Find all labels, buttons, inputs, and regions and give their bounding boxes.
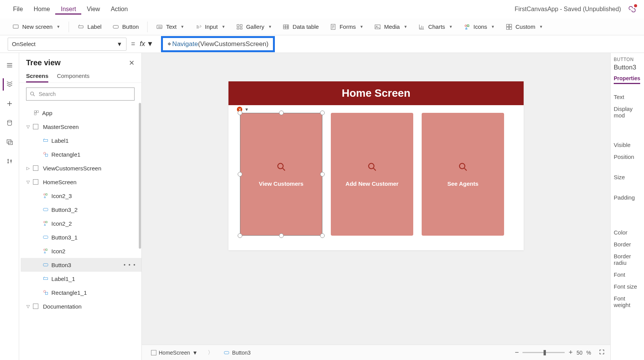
- text-dropdown[interactable]: Ab Text▼: [151, 22, 189, 31]
- resize-handle[interactable]: [238, 111, 242, 115]
- card-add-customer[interactable]: Add New Customer: [331, 113, 413, 236]
- close-icon[interactable]: ✕: [129, 59, 135, 67]
- tree-node-icon2[interactable]: Icon2: [21, 244, 141, 258]
- formula-bar: OnSelect ▼ = fx▼ ⌖ Navigate ( ViewCustom…: [0, 35, 644, 53]
- input-dropdown[interactable]: Input▼: [191, 22, 230, 31]
- help-icon[interactable]: [628, 5, 636, 13]
- formula-input[interactable]: ⌖ Navigate ( ViewCustomersScreen ): [158, 38, 636, 51]
- shape-icon: [42, 151, 49, 157]
- tree-node-icon2-3[interactable]: Icon2_3: [21, 189, 141, 203]
- device-frame[interactable]: Home Screen ✕▼ View Customers: [228, 81, 524, 250]
- chevron-down-icon: ▼: [360, 25, 363, 29]
- text-dd-label: Text: [166, 23, 177, 30]
- resize-handle[interactable]: [238, 233, 242, 238]
- resize-handle[interactable]: [238, 172, 242, 177]
- menu-file[interactable]: File: [8, 4, 28, 14]
- resize-handle[interactable]: [320, 172, 325, 177]
- checkbox[interactable]: [33, 179, 38, 185]
- card-see-agents[interactable]: See Agents: [422, 113, 504, 236]
- prop-display-mode[interactable]: Display mod: [614, 103, 641, 121]
- resize-handle[interactable]: [279, 233, 284, 238]
- tree-node-app[interactable]: App: [21, 106, 141, 120]
- hamburger-icon[interactable]: [3, 59, 16, 71]
- tree-node-rectangle1-1[interactable]: Rectangle1_1: [21, 286, 141, 299]
- fit-screen-icon[interactable]: [599, 349, 605, 356]
- tree-view-icon[interactable]: [3, 78, 15, 91]
- prop-border[interactable]: Border: [614, 238, 641, 250]
- prop-size[interactable]: Size: [614, 171, 641, 183]
- menu-home[interactable]: Home: [28, 4, 56, 14]
- resize-handle[interactable]: [279, 111, 284, 115]
- tab-components[interactable]: Components: [57, 70, 89, 83]
- new-screen-button[interactable]: New screen▼: [8, 22, 65, 31]
- custom-dd-label: Custom: [516, 23, 536, 30]
- svg-point-25: [31, 92, 34, 95]
- media-dropdown[interactable]: Media▼: [370, 22, 412, 31]
- forms-dropdown[interactable]: Forms▼: [325, 22, 368, 31]
- expand-icon[interactable]: ▽: [25, 304, 31, 309]
- tools-rail-icon[interactable]: [3, 155, 16, 167]
- charts-dropdown[interactable]: Charts▼: [414, 22, 457, 31]
- add-icon[interactable]: [3, 97, 16, 110]
- tree-scrollbar[interactable]: [138, 99, 141, 360]
- zoom-in-button[interactable]: +: [568, 348, 573, 357]
- zoom-slider[interactable]: [522, 352, 565, 353]
- menu-view[interactable]: View: [81, 4, 105, 14]
- control-type-label: BUTTON: [614, 57, 641, 62]
- formula-function: Navigate: [172, 40, 198, 48]
- prop-font-weight[interactable]: Font weight: [614, 292, 641, 311]
- breadcrumb-control[interactable]: Button3: [219, 348, 255, 357]
- properties-tab[interactable]: Properties: [614, 75, 640, 84]
- checkbox[interactable]: [33, 304, 38, 309]
- tree-node-button3-1[interactable]: Button3_1: [21, 230, 141, 244]
- tree-node-viewcustomers[interactable]: ▷ViewCustomersScreen: [21, 161, 141, 175]
- tree-node-rectangle1[interactable]: Rectangle1: [21, 147, 141, 161]
- menu-insert[interactable]: Insert: [55, 4, 81, 15]
- card-view-customers[interactable]: View Customers: [240, 113, 322, 236]
- tree-search-input[interactable]: Search: [26, 88, 135, 101]
- tree-node-icon2-2[interactable]: Icon2_2: [21, 216, 141, 230]
- text-icon: Ab: [156, 24, 163, 30]
- fx-label[interactable]: fx▼: [140, 40, 154, 48]
- tree-node-documentation[interactable]: ▽Documentation: [21, 299, 141, 313]
- icons-dropdown[interactable]: Icons▼: [459, 22, 499, 31]
- tab-screens[interactable]: Screens: [26, 70, 48, 83]
- data-icon[interactable]: [3, 117, 16, 129]
- more-icon[interactable]: • • •: [124, 262, 136, 268]
- label-button[interactable]: Label: [73, 22, 106, 31]
- breadcrumb-screen[interactable]: HomeScreen▼: [147, 348, 202, 357]
- custom-dropdown[interactable]: Custom▼: [501, 22, 548, 31]
- svg-rect-31: [45, 154, 48, 156]
- chevron-down-icon: ▼: [117, 41, 122, 47]
- data-table-button[interactable]: Data table: [278, 22, 323, 31]
- prop-padding[interactable]: Padding: [614, 192, 641, 203]
- prop-font-size[interactable]: Font size: [614, 281, 641, 292]
- expand-icon[interactable]: ▽: [25, 124, 31, 129]
- tree-node-homescreen[interactable]: ▽HomeScreen: [21, 175, 141, 189]
- resize-handle[interactable]: [320, 111, 325, 115]
- property-selector[interactable]: OnSelect ▼: [8, 38, 127, 51]
- prop-color[interactable]: Color: [614, 226, 641, 238]
- gallery-dropdown[interactable]: Gallery▼: [232, 22, 276, 31]
- chevron-down-icon[interactable]: ▼: [245, 107, 249, 112]
- prop-font[interactable]: Font: [614, 269, 641, 281]
- prop-border-radius[interactable]: Border radiu: [614, 250, 641, 269]
- tree-node-label1[interactable]: Label1: [21, 134, 141, 147]
- menu-action[interactable]: Action: [105, 4, 133, 14]
- expand-icon[interactable]: ▽: [25, 180, 31, 185]
- button-button[interactable]: Button: [108, 22, 143, 31]
- tree-node-button3[interactable]: Button3• • •: [21, 258, 141, 272]
- checkbox[interactable]: [33, 124, 38, 129]
- tree-node-masterscreen[interactable]: ▽MasterScreen: [21, 120, 141, 134]
- svg-point-35: [44, 221, 45, 223]
- resize-handle[interactable]: [320, 233, 325, 238]
- tree-node-button3-2[interactable]: Button3_2: [21, 203, 141, 216]
- checkbox[interactable]: [33, 165, 38, 171]
- zoom-out-button[interactable]: −: [515, 348, 519, 357]
- prop-text[interactable]: Text: [614, 91, 641, 103]
- media-rail-icon[interactable]: [3, 136, 16, 148]
- prop-position[interactable]: Position: [614, 151, 641, 163]
- expand-icon[interactable]: ▷: [25, 166, 31, 171]
- tree-node-label1-1[interactable]: Label1_1: [21, 272, 141, 286]
- prop-visible[interactable]: Visible: [614, 139, 641, 151]
